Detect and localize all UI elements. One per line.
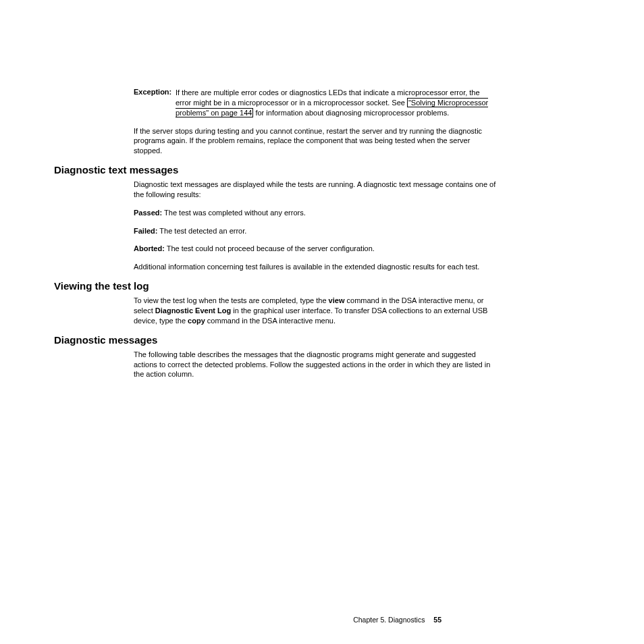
exception-body: If there are multiple error codes or dia… [176,88,497,118]
diag-text-intro: Diagnostic text messages are displayed w… [134,180,497,200]
restart-paragraph: If the server stops during testing and y… [134,126,497,157]
section-heading-diag-msgs: Diagnostic messages [54,334,497,346]
diag-text-additional: Additional information concerning test f… [134,262,497,272]
result-desc-failed: The test detected an error. [157,227,246,235]
exception-text-after: for information about diagnosing micropr… [253,109,449,117]
view-log-bold2: Diagnostic Event Log [155,306,231,315]
view-log-part4: command in the DSA interactive menu. [205,317,336,325]
view-log-bold3: copy [188,317,205,325]
result-desc-passed: The test was completed without any error… [162,209,306,217]
result-label-passed: Passed: [134,209,162,217]
result-label-aborted: Aborted: [134,244,165,252]
document-page: Exception: If there are multiple error c… [0,0,644,379]
diag-msgs-body: The following table describes the messag… [134,350,497,380]
view-log-part1: To view the test log when the tests are … [134,296,329,304]
view-log-body: To view the test log when the tests are … [134,296,497,326]
exception-block: Exception: If there are multiple error c… [134,88,497,118]
result-aborted: Aborted: The test could not proceed beca… [134,244,497,254]
result-failed: Failed: The test detected an error. [134,226,497,236]
result-label-failed: Failed: [134,227,157,235]
page-footer: Chapter 5. Diagnostics 55 [353,616,441,624]
result-passed: Passed: The test was completed without a… [134,208,497,218]
section-heading-view-log: Viewing the test log [54,280,497,292]
section-heading-diag-text: Diagnostic text messages [54,164,497,176]
result-desc-aborted: The test could not proceed because of th… [165,244,375,252]
footer-chapter: Chapter 5. Diagnostics [353,616,425,624]
footer-page-number: 55 [433,616,441,624]
view-log-bold1: view [329,296,345,304]
exception-label: Exception: [134,88,171,96]
